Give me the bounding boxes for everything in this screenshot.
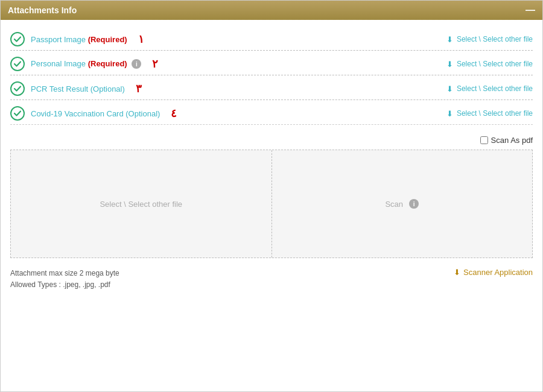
row-left-covid: Covid-19 Vaccination Card (Optional) ٤ [10, 106, 177, 121]
attachment-row-covid: Covid-19 Vaccination Card (Optional) ٤ ⬇… [10, 100, 533, 125]
personal-arabic-num: ٢ [152, 57, 158, 71]
scan-pdf-checkbox[interactable] [480, 136, 488, 144]
upload-icon-passport: ⬇ [446, 35, 453, 44]
pcr-arabic-num: ٣ [136, 82, 142, 95]
scanner-app-link[interactable]: ⬇ Scanner Application [454, 268, 533, 277]
scan-label: Scan [385, 200, 403, 209]
pcr-select-label: Select \ Select other file [457, 84, 533, 93]
passport-select-label: Select \ Select other file [457, 35, 533, 43]
personal-select-btn[interactable]: ⬇ Select \ Select other file [446, 60, 533, 69]
max-size-text: Attachment max size 2 mega byte [10, 268, 119, 279]
covid-label: Covid-19 Vaccination Card (Optional) [31, 109, 160, 118]
file-select-box[interactable]: Select \ Select other file [11, 150, 272, 258]
row-left-pcr: PCR Test Result (Optional) ٣ [10, 81, 142, 96]
row-left-passport: Passport Image (Required) ١ [10, 32, 144, 46]
allowed-types-text: Allowed Types : .jpeg, .jpg, .pdf [10, 279, 119, 291]
upload-icon-pcr: ⬇ [446, 84, 453, 93]
content-area: Passport Image (Required) ١ ⬇ Select \ S… [1, 20, 542, 391]
attachment-row-passport: Passport Image (Required) ١ ⬇ Select \ S… [10, 26, 533, 51]
footer-text: Attachment max size 2 mega byte Allowed … [10, 268, 119, 291]
scanner-app-label: Scanner Application [463, 268, 533, 277]
window-title: Attachments Info [8, 5, 77, 15]
file-select-label: Select \ Select other file [100, 200, 182, 209]
scan-info-icon[interactable]: i [409, 199, 419, 209]
attachment-row-pcr: PCR Test Result (Optional) ٣ ⬇ Select \ … [10, 75, 533, 100]
passport-label: Passport Image (Required) [31, 35, 127, 44]
scan-box[interactable]: Scan i [272, 150, 533, 258]
check-icon-passport [10, 32, 25, 46]
file-scan-area: Select \ Select other file Scan i [10, 150, 533, 258]
check-icon-personal [10, 57, 25, 71]
personal-label: Personal Image (Required) i [31, 59, 141, 69]
upload-icon-covid: ⬇ [446, 109, 453, 118]
check-icon-covid [10, 106, 25, 121]
check-icon-pcr [10, 81, 25, 96]
minimize-button[interactable]: — [526, 5, 535, 15]
upload-icon-personal: ⬇ [446, 60, 453, 69]
covid-arabic-num: ٤ [171, 107, 177, 120]
attachments-window: Attachments Info — Passport Image (Requi… [0, 0, 543, 392]
personal-info-icon[interactable]: i [132, 59, 141, 69]
personal-required-tag: (Required) [88, 59, 127, 68]
pcr-select-btn[interactable]: ⬇ Select \ Select other file [446, 84, 533, 93]
passport-arabic-num: ١ [138, 33, 144, 46]
attachment-row-personal: Personal Image (Required) i ٢ ⬇ Select \… [10, 51, 533, 75]
passport-required-tag: (Required) [88, 35, 127, 44]
row-left-personal: Personal Image (Required) i ٢ [10, 57, 158, 71]
scan-pdf-label[interactable]: Scan As pdf [480, 136, 533, 145]
scan-pdf-row: Scan As pdf [10, 131, 533, 150]
pcr-label: PCR Test Result (Optional) [31, 84, 125, 93]
scanner-download-icon: ⬇ [454, 268, 460, 277]
title-bar: Attachments Info — [1, 1, 542, 20]
passport-select-btn[interactable]: ⬇ Select \ Select other file [446, 35, 533, 44]
footer-info: Attachment max size 2 mega byte Allowed … [10, 265, 533, 296]
scan-pdf-text: Scan As pdf [491, 136, 533, 145]
covid-select-btn[interactable]: ⬇ Select \ Select other file [446, 109, 533, 118]
personal-select-label: Select \ Select other file [457, 60, 533, 68]
attachment-rows: Passport Image (Required) ١ ⬇ Select \ S… [10, 26, 533, 125]
covid-select-label: Select \ Select other file [457, 109, 533, 118]
